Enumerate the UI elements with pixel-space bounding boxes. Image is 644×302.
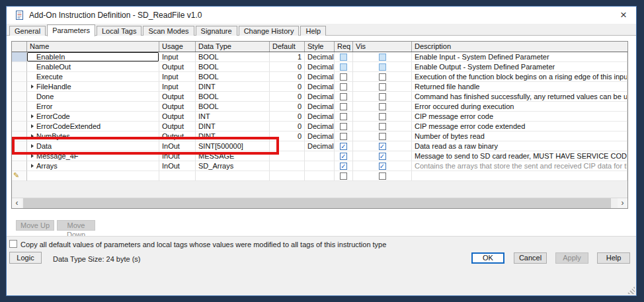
vis-checkbox[interactable] <box>379 73 386 81</box>
table-row[interactable]: ArraysInOutSD_Arrays✓✓Contains the array… <box>12 161 627 171</box>
vis-checkbox-cell[interactable]: ✓ <box>353 141 412 151</box>
table-row[interactable]: DataInOutSINT[500000]Decimal✓✓Data read … <box>12 141 627 151</box>
data-type-cell[interactable]: BOOL <box>196 102 270 112</box>
req-checkbox[interactable]: ✓ <box>340 143 347 150</box>
default-cell[interactable]: 0 <box>270 72 305 82</box>
vis-checkbox-cell[interactable]: ✓ <box>353 151 412 161</box>
req-checkbox[interactable] <box>340 93 347 100</box>
req-checkbox-cell[interactable] <box>335 82 353 92</box>
default-cell[interactable]: 0 <box>270 112 305 122</box>
move-down-button[interactable]: Move Down <box>57 220 95 231</box>
vis-checkbox-cell[interactable] <box>353 132 412 141</box>
default-cell[interactable] <box>270 151 305 161</box>
req-checkbox-cell[interactable] <box>335 62 353 72</box>
req-checkbox-cell[interactable] <box>335 112 353 122</box>
tab-parameters[interactable]: Parameters <box>47 24 95 36</box>
row-header-cell[interactable]: ✎ <box>12 171 27 181</box>
scroll-left-arrow-icon[interactable]: ‹ <box>12 198 22 208</box>
name-cell[interactable]: EnableIn <box>27 52 159 62</box>
table-row[interactable]: Message_4FInOutMESSAGE✓✓Message to send … <box>12 151 627 161</box>
scrollbar-track[interactable] <box>22 198 618 208</box>
name-cell[interactable]: Arrays <box>27 161 159 171</box>
style-cell[interactable] <box>305 171 335 181</box>
style-cell[interactable] <box>305 151 335 161</box>
column-header-vis[interactable]: Vis <box>353 42 412 52</box>
name-cell[interactable]: ErrorCode <box>27 112 159 122</box>
row-header-cell[interactable] <box>12 122 27 132</box>
apply-button[interactable]: Apply <box>555 252 588 264</box>
expand-arrow-icon[interactable] <box>31 154 36 158</box>
data-type-cell[interactable]: BOOL <box>196 52 270 62</box>
req-checkbox[interactable] <box>340 133 347 140</box>
expand-arrow-icon[interactable] <box>31 134 36 138</box>
expand-arrow-icon[interactable] <box>31 164 36 168</box>
description-cell[interactable]: Contains the arrays that store the sent … <box>412 161 627 171</box>
vis-checkbox-cell[interactable] <box>353 72 412 82</box>
usage-cell[interactable]: InOut <box>159 141 196 151</box>
description-cell[interactable]: Enable Input - System Defined Parameter <box>412 52 627 62</box>
req-checkbox[interactable] <box>340 63 347 71</box>
default-cell[interactable] <box>270 141 305 151</box>
table-row[interactable]: DoneOutputBOOL0DecimalCommand has finish… <box>12 92 627 102</box>
req-checkbox-cell[interactable]: ✓ <box>335 161 353 171</box>
help-button[interactable]: Help <box>597 252 630 264</box>
default-cell[interactable]: 0 <box>270 122 305 132</box>
scrollbar-thumb[interactable] <box>23 198 611 208</box>
row-header-cell[interactable] <box>12 102 27 112</box>
data-type-cell[interactable]: SINT[500000] <box>196 141 270 151</box>
table-row[interactable]: NumBytesOutputDINT0DecimalNumber of byte… <box>12 132 627 141</box>
req-checkbox[interactable]: ✓ <box>340 163 347 170</box>
name-cell[interactable]: Execute <box>27 72 159 82</box>
req-checkbox[interactable] <box>340 123 347 130</box>
req-checkbox-cell[interactable] <box>335 132 353 141</box>
data-type-cell[interactable]: INT <box>196 112 270 122</box>
close-icon[interactable]: × <box>616 8 631 22</box>
req-checkbox[interactable] <box>340 172 347 180</box>
name-cell[interactable]: Message_4F <box>27 151 159 161</box>
description-cell[interactable]: Returned file handle <box>412 82 627 92</box>
default-cell[interactable]: 0 <box>270 82 305 92</box>
column-header-rowselector[interactable] <box>12 42 27 52</box>
description-cell[interactable]: Execution of the function block begins o… <box>412 72 627 82</box>
description-cell[interactable]: CIP message error code <box>412 112 627 122</box>
expand-arrow-icon[interactable] <box>31 85 36 89</box>
copy-defaults-checkbox[interactable] <box>9 240 17 248</box>
vis-checkbox[interactable] <box>379 93 386 100</box>
usage-cell[interactable]: Input <box>159 72 196 82</box>
tab-general[interactable]: General <box>9 26 46 36</box>
style-cell[interactable]: Decimal <box>305 72 335 82</box>
vis-checkbox-cell[interactable] <box>353 62 412 72</box>
vis-checkbox[interactable] <box>379 172 386 180</box>
name-cell[interactable]: EnableOut <box>27 62 159 72</box>
horizontal-scrollbar[interactable]: ‹ › <box>12 198 627 208</box>
row-header-cell[interactable] <box>12 72 27 82</box>
style-cell[interactable]: Decimal <box>305 52 335 62</box>
req-checkbox-cell[interactable] <box>335 122 353 132</box>
data-type-cell[interactable] <box>196 171 270 181</box>
tab-help[interactable]: Help <box>300 26 326 36</box>
style-cell[interactable]: Decimal <box>305 122 335 132</box>
vis-checkbox-cell[interactable]: ✓ <box>353 161 412 171</box>
ok-button[interactable]: OK <box>471 252 504 264</box>
column-header-usage[interactable]: Usage <box>159 42 196 52</box>
vis-checkbox[interactable] <box>379 103 386 110</box>
req-checkbox-cell[interactable] <box>335 102 353 112</box>
description-cell[interactable]: Enable Output - System Defined Parameter <box>412 62 627 72</box>
req-checkbox[interactable] <box>340 83 347 91</box>
expand-arrow-icon[interactable] <box>31 124 36 128</box>
default-cell[interactable] <box>270 161 305 171</box>
table-row[interactable]: ErrorCodeExtendedOutputDINT0DecimalCIP m… <box>12 122 627 132</box>
vis-checkbox[interactable] <box>379 113 386 120</box>
name-cell[interactable]: Done <box>27 92 159 102</box>
usage-cell[interactable]: Output <box>159 112 196 122</box>
req-checkbox-cell[interactable] <box>335 72 353 82</box>
data-type-cell[interactable]: BOOL <box>196 72 270 82</box>
scroll-right-arrow-icon[interactable]: › <box>618 198 627 208</box>
vis-checkbox[interactable] <box>379 133 386 140</box>
expand-arrow-icon[interactable] <box>31 114 36 118</box>
row-header-cell[interactable] <box>12 62 27 72</box>
description-cell[interactable]: Command has finished successfully, any r… <box>412 92 627 102</box>
table-row[interactable]: ExecuteInputBOOL0DecimalExecution of the… <box>12 72 627 82</box>
logic-button[interactable]: Logic <box>9 252 42 264</box>
description-cell[interactable]: CIP message error code extended <box>412 122 627 132</box>
